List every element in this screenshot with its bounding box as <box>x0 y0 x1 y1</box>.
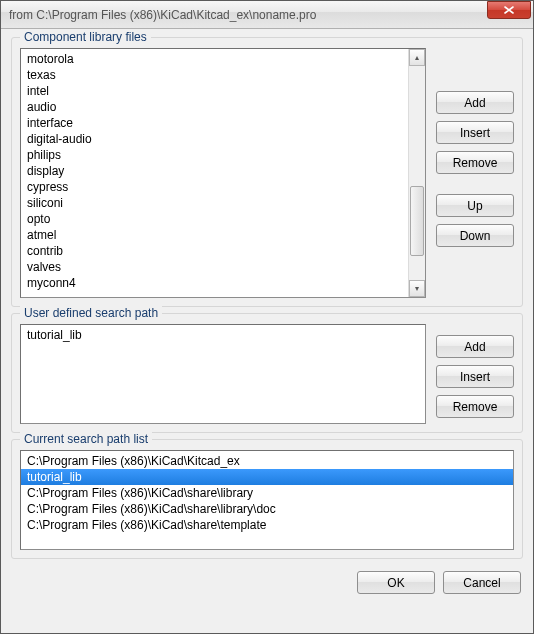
scroll-track[interactable] <box>409 66 425 280</box>
user-paths-label: User defined search path <box>20 306 162 320</box>
user-paths-group: User defined search path tutorial_lib Ad… <box>11 313 523 433</box>
scroll-down-button[interactable]: ▾ <box>409 280 425 297</box>
add-button[interactable]: Add <box>436 91 514 114</box>
list-item[interactable]: C:\Program Files (x86)\KiCad\share\libra… <box>21 485 513 501</box>
insert-button[interactable]: Insert <box>436 121 514 144</box>
scrollbar[interactable]: ▴ ▾ <box>408 49 425 297</box>
list-item[interactable]: interface <box>21 115 408 131</box>
search-paths-label: Current search path list <box>20 432 152 446</box>
scroll-up-button[interactable]: ▴ <box>409 49 425 66</box>
search-paths-listbox[interactable]: C:\Program Files (x86)\KiCad\Kitcad_extu… <box>20 450 514 550</box>
component-libs-buttons: Add Insert Remove Up Down <box>436 48 514 298</box>
list-item[interactable]: contrib <box>21 243 408 259</box>
user-paths-listbox[interactable]: tutorial_lib <box>20 324 426 424</box>
scroll-thumb[interactable] <box>410 186 424 256</box>
list-item[interactable]: motorola <box>21 51 408 67</box>
search-paths-group: Current search path list C:\Program File… <box>11 439 523 559</box>
close-icon <box>504 6 514 14</box>
list-item[interactable]: atmel <box>21 227 408 243</box>
dialog-window: from C:\Program Files (x86)\KiCad\Kitcad… <box>0 0 534 634</box>
list-item[interactable]: cypress <box>21 179 408 195</box>
close-button[interactable] <box>487 1 531 19</box>
dialog-footer: OK Cancel <box>11 565 523 596</box>
list-item[interactable]: valves <box>21 259 408 275</box>
titlebar: from C:\Program Files (x86)\KiCad\Kitcad… <box>1 1 533 29</box>
list-item[interactable]: myconn4 <box>21 275 408 291</box>
list-item[interactable]: digital-audio <box>21 131 408 147</box>
list-item[interactable]: C:\Program Files (x86)\KiCad\share\libra… <box>21 501 513 517</box>
component-libs-label: Component library files <box>20 30 151 44</box>
list-item[interactable]: audio <box>21 99 408 115</box>
insert-button[interactable]: Insert <box>436 365 514 388</box>
list-item[interactable]: philips <box>21 147 408 163</box>
list-item[interactable]: display <box>21 163 408 179</box>
up-button[interactable]: Up <box>436 194 514 217</box>
user-paths-buttons: Add Insert Remove <box>436 324 514 424</box>
list-item[interactable]: tutorial_lib <box>21 327 425 343</box>
list-item[interactable]: C:\Program Files (x86)\KiCad\share\templ… <box>21 517 513 533</box>
window-title: from C:\Program Files (x86)\KiCad\Kitcad… <box>9 8 487 22</box>
component-libs-group: Component library files motorolatexasint… <box>11 37 523 307</box>
remove-button[interactable]: Remove <box>436 151 514 174</box>
add-button[interactable]: Add <box>436 335 514 358</box>
list-item[interactable]: intel <box>21 83 408 99</box>
list-item[interactable]: siliconi <box>21 195 408 211</box>
list-item[interactable]: C:\Program Files (x86)\KiCad\Kitcad_ex <box>21 453 513 469</box>
remove-button[interactable]: Remove <box>436 395 514 418</box>
client-area: Component library files motorolatexasint… <box>1 29 533 633</box>
list-item[interactable]: opto <box>21 211 408 227</box>
list-item[interactable]: texas <box>21 67 408 83</box>
cancel-button[interactable]: Cancel <box>443 571 521 594</box>
ok-button[interactable]: OK <box>357 571 435 594</box>
component-libs-listbox[interactable]: motorolatexasintelaudiointerfacedigital-… <box>20 48 426 298</box>
down-button[interactable]: Down <box>436 224 514 247</box>
list-item[interactable]: tutorial_lib <box>21 469 513 485</box>
